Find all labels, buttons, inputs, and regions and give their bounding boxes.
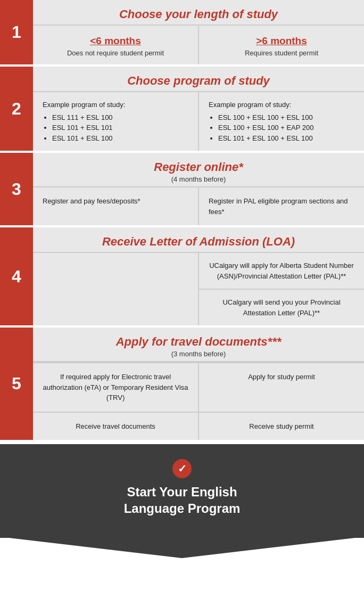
step-1-col-right: >6 months Requires student permit [198, 26, 364, 64]
step-1-columns: <6 months Does not require student permi… [33, 26, 364, 64]
step-2-block: 2 Choose program of study Example progra… [0, 67, 364, 153]
step-2-col-right: Example program of study: ESL 100 + ESL … [198, 92, 364, 151]
step-5-number: 5 [0, 328, 33, 440]
step-5-row2-right: Receive study permit [198, 413, 364, 440]
step-3-title: Register online* [38, 160, 359, 174]
step-1-less-6months-label: <6 months [43, 35, 188, 47]
step-5-subtext: (3 months before) [38, 350, 359, 358]
step-2-col-right-list: ESL 100 + ESL 100 + ESL 100 ESL 100 + ES… [209, 112, 354, 144]
step-3-content: Register online* (4 months before) Regis… [33, 153, 364, 225]
step-2-number: 2 [0, 67, 33, 151]
step-2-columns: Example program of study: ESL 111 + ESL … [33, 92, 364, 151]
banner-title: Start Your English Language Program [11, 484, 353, 517]
step-1-less-6months-text: Does not require student permit [67, 49, 164, 57]
step-3-columns: Register and pay fees/deposits* Register… [33, 187, 364, 225]
step-3-col-left: Register and pay fees/deposits* [33, 187, 198, 225]
step-1-content: Choose your length of study <6 months Do… [33, 0, 364, 64]
step-4-title: Receive Letter of Admission (LOA) [38, 235, 359, 249]
step-5-title: Apply for travel documents*** [38, 335, 359, 349]
list-item: ESL 101 + ESL 100 [52, 133, 188, 144]
step-5-row-1: If required apply for Electronic travel … [33, 362, 364, 412]
step-3-right-text: Register in PAL eligible program section… [209, 197, 348, 216]
step-2-col-right-intro: Example program of study: [209, 100, 354, 110]
list-item: ESL 100 + ESL 100 + EAP 200 [218, 122, 354, 133]
bottom-banner: Start Your English Language Program [0, 444, 364, 538]
step-5-header: Apply for travel documents*** (3 months … [33, 328, 364, 362]
step-3-subtext: (4 months before) [38, 175, 359, 183]
list-item: ESL 100 + ESL 100 + ESL 100 [218, 112, 354, 123]
step-5-row1-left: If required apply for Electronic travel … [33, 363, 198, 412]
step-5-row2-left: Receive travel documents [33, 413, 198, 440]
step-1-more-6months-label: >6 months [209, 35, 354, 47]
step-5-row1-right: Apply for study permit [198, 363, 364, 412]
list-item: ESL 101 + ESL 100 + ESL 100 [218, 133, 354, 144]
step-2-col-left-list: ESL 111 + ESL 100 ESL 101 + ESL 101 ESL … [43, 112, 188, 144]
step-4-col-right: UCalgary will apply for Alberta Student … [199, 253, 364, 325]
step-3-col-right: Register in PAL eligible program section… [198, 187, 364, 225]
step-1-number: 1 [0, 0, 33, 64]
step-3-left-text: Register and pay fees/deposits* [43, 197, 140, 205]
step-5-block: 5 Apply for travel documents*** (3 month… [0, 328, 364, 442]
step-4-content: Receive Letter of Admission (LOA) UCalga… [33, 227, 364, 325]
step-4-columns: UCalgary will apply for Alberta Student … [33, 253, 364, 325]
list-item: ESL 101 + ESL 101 [52, 122, 188, 133]
step-1-more-6months-text: Requires student permit [245, 49, 318, 57]
step-2-content: Choose program of study Example program … [33, 67, 364, 151]
step-4-number: 4 [0, 227, 33, 325]
step-1-header: Choose your length of study [33, 0, 364, 26]
step-1-title: Choose your length of study [38, 7, 359, 21]
step-3-header: Register online* (4 months before) [33, 153, 364, 187]
step-1-col-left: <6 months Does not require student permi… [33, 26, 198, 64]
page-wrapper: 1 Choose your length of study <6 months … [0, 0, 364, 538]
step-3-number: 3 [0, 153, 33, 225]
step-4-right-bottom: UCalgary will send you your Provincial A… [199, 289, 364, 325]
step-2-header: Choose program of study [33, 67, 364, 92]
step-5-content: Apply for travel documents*** (3 months … [33, 328, 364, 440]
list-item: ESL 111 + ESL 100 [52, 112, 188, 123]
step-3-block: 3 Register online* (4 months before) Reg… [0, 153, 364, 227]
step-1-block: 1 Choose your length of study <6 months … [0, 0, 364, 67]
step-2-title: Choose program of study [38, 74, 359, 88]
step-2-col-left: Example program of study: ESL 111 + ESL … [33, 92, 198, 151]
step-4-col-left-empty [33, 253, 199, 325]
check-icon [172, 459, 192, 478]
step-2-col-left-intro: Example program of study: [43, 100, 188, 110]
step-4-header: Receive Letter of Admission (LOA) [33, 227, 364, 253]
step-5-row-2: Receive travel documents Receive study p… [33, 412, 364, 440]
step-4-block: 4 Receive Letter of Admission (LOA) UCal… [0, 227, 364, 328]
step-4-right-top: UCalgary will apply for Alberta Student … [199, 253, 364, 289]
